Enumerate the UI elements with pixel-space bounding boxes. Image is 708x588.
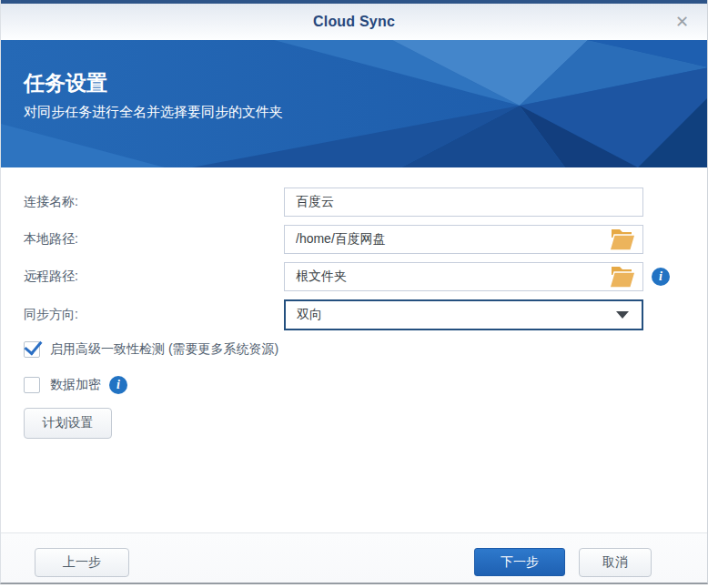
connection-name-label: 连接名称: <box>24 194 284 210</box>
connection-name-row: 连接名称: <box>24 188 707 217</box>
page-subtitle: 对同步任务进行全名并选择要同步的文件夹 <box>24 104 283 121</box>
folder-icon <box>608 227 637 252</box>
title-bar: Cloud Sync ✕ <box>1 4 707 40</box>
page-title: 任务设置 <box>24 69 283 97</box>
sync-direction-label: 同步方向: <box>24 307 284 323</box>
data-encryption-label: 数据加密 <box>50 377 101 393</box>
data-encryption-checkbox[interactable] <box>24 377 40 393</box>
data-encryption-info-icon[interactable]: i <box>109 376 127 394</box>
form-area: 连接名称: 本地路径: 远程路径: <box>1 167 707 439</box>
cancel-button[interactable]: 取消 <box>579 548 652 577</box>
remote-path-info-icon[interactable]: i <box>652 268 670 286</box>
chevron-down-icon <box>616 311 629 319</box>
local-path-input[interactable] <box>285 226 602 253</box>
window-title: Cloud Sync <box>313 14 395 30</box>
local-path-field <box>284 225 643 254</box>
back-button[interactable]: 上一步 <box>35 548 129 577</box>
consistency-check-checkbox[interactable] <box>24 341 40 358</box>
local-path-browse-button[interactable] <box>602 226 642 253</box>
local-path-label: 本地路径: <box>24 231 284 248</box>
connection-name-input[interactable] <box>285 188 642 216</box>
footer-bar: 上一步 下一步 取消 <box>1 532 707 583</box>
wizard-banner: 任务设置 对同步任务进行全名并选择要同步的文件夹 <box>1 40 707 167</box>
next-button[interactable]: 下一步 <box>474 548 565 576</box>
data-encryption-row: 数据加密 i <box>24 376 707 394</box>
schedule-settings-button[interactable]: 计划设置 <box>24 408 112 439</box>
consistency-check-label: 启用高级一致性检测 (需要更多系统资源) <box>50 341 278 358</box>
sync-direction-select[interactable]: 双向 <box>284 299 643 330</box>
close-icon[interactable]: ✕ <box>675 14 689 30</box>
remote-path-input[interactable] <box>285 263 602 290</box>
remote-path-row: 远程路径: i <box>24 262 707 291</box>
remote-path-label: 远程路径: <box>24 269 284 285</box>
sync-direction-value: 双向 <box>286 307 322 323</box>
remote-path-field <box>284 262 643 291</box>
connection-name-field <box>284 188 643 217</box>
folder-icon <box>608 264 637 289</box>
banner-text: 任务设置 对同步任务进行全名并选择要同步的文件夹 <box>24 69 283 121</box>
consistency-check-row: 启用高级一致性检测 (需要更多系统资源) <box>24 341 707 358</box>
remote-path-browse-button[interactable] <box>602 263 642 290</box>
cloud-sync-dialog: Cloud Sync ✕ 任务设置 对同步任务进行全名并选择要同步的文件夹 <box>0 0 708 584</box>
local-path-row: 本地路径: <box>24 225 707 254</box>
sync-direction-row: 同步方向: 双向 <box>24 299 707 330</box>
